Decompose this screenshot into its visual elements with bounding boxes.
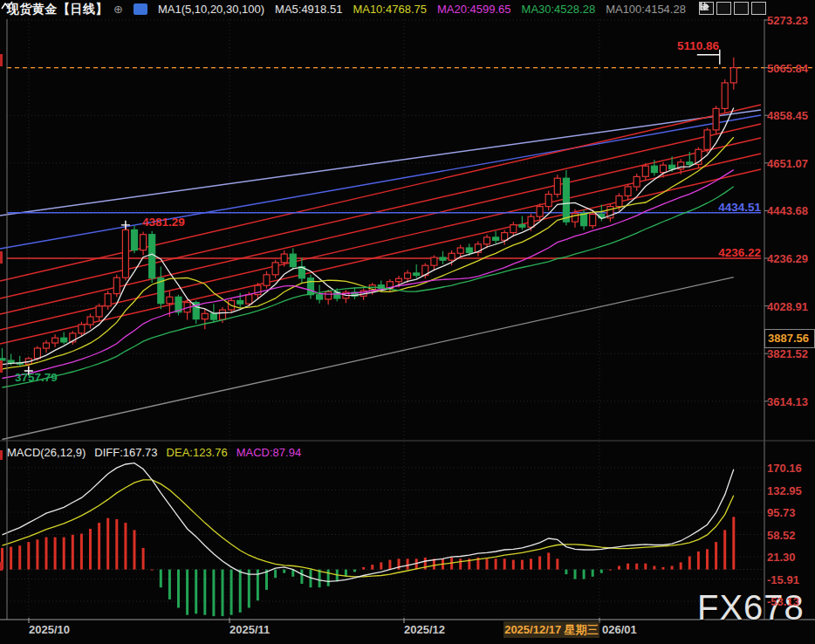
high-price-tag: 5110.86 (656, 39, 719, 52)
macd-axis-label: 21.30 (767, 551, 796, 564)
circle-plus-icon[interactable]: ⊕ (113, 3, 123, 16)
instrument-title: 现货黄金【日线】 (7, 2, 108, 17)
price-axis-label: 4236.29 (767, 252, 808, 265)
price-axis-label: 4651.07 (767, 156, 808, 169)
month-label-oct: 2025/10 (29, 623, 70, 636)
macd-diff-value: DIFF:167.73 (94, 446, 157, 459)
clipped-label-fragment (0, 562, 3, 571)
clipped-label-fragment (0, 251, 3, 264)
clipped-label-fragment (0, 54, 3, 66)
month-label-jan: 026/01 (602, 623, 637, 636)
ma100-value: MA100:4154.28 (606, 3, 686, 16)
red-level-tag: 4236.22 (691, 246, 761, 259)
macd-header: MACD(26,12,9) DIFF:167.73 DEA:123.76 MAC… (7, 446, 301, 459)
pan-to-latest-icon[interactable] (751, 2, 766, 15)
month-label-dec: 2025/12 (404, 623, 445, 636)
price-axis-label: 4028.91 (767, 299, 808, 312)
macd-axis-label: 58.52 (767, 528, 796, 541)
price-axis-label: 5065.84 (767, 61, 808, 74)
blue-level-tag: 4434.51 (691, 201, 761, 214)
price-highlight-badge: 3887.56 (764, 329, 815, 348)
chart-window: 现货黄金【日线】 ⊕ MA1(5,10,20,30,100) MA5:4918.… (0, 0, 815, 644)
peak-price-tag: 4381.29 (142, 216, 185, 229)
low-price-tag: 3757.79 (15, 371, 58, 384)
line-chart-icon[interactable] (134, 3, 147, 15)
ma-settings-label: MA1(5,10,20,30,100) (158, 3, 264, 16)
selected-date-badge: 2025/12/17 星期三 (503, 621, 599, 638)
ma30-value: MA30:4528.28 (522, 3, 596, 16)
time-axis: 2025/10 2025/11 2025/12 2025/12/17 星期三 0… (0, 620, 815, 644)
price-axis-label: 4858.45 (767, 109, 808, 122)
macd-axis-label: 132.95 (767, 483, 802, 497)
macd-axis-label: 170.16 (767, 462, 802, 475)
macd-axis-label: -53.13 (767, 595, 799, 608)
price-axis-label: 3614.13 (767, 394, 808, 408)
ma5-value: MA5:4918.51 (275, 3, 342, 16)
clipped-label-fragment (0, 360, 3, 373)
axis-scale-right-icon[interactable] (734, 2, 749, 15)
macd-name: MACD(26,12,9) (7, 446, 86, 459)
price-axis-label: 4443.68 (767, 204, 808, 217)
clipped-label-fragment (0, 450, 3, 460)
macd-axis-label: 95.73 (767, 506, 796, 519)
chart-canvas[interactable] (0, 0, 815, 644)
axis-scale-up-icon[interactable] (716, 2, 731, 15)
macd-axis-label: -15.91 (767, 572, 799, 586)
macd-dea-value: DEA:123.76 (167, 446, 228, 459)
macd-value: MACD:87.94 (236, 446, 301, 459)
ma10-value: MA10:4768.75 (353, 3, 427, 16)
chart-toolbar (699, 2, 766, 15)
price-axis-label: 3821.52 (767, 347, 808, 360)
ma20-value: MA20:4599.65 (437, 3, 511, 16)
month-label-nov: 2025/11 (229, 623, 270, 636)
indicator-header: 现货黄金【日线】 ⊕ MA1(5,10,20,30,100) MA5:4918.… (0, 0, 815, 18)
